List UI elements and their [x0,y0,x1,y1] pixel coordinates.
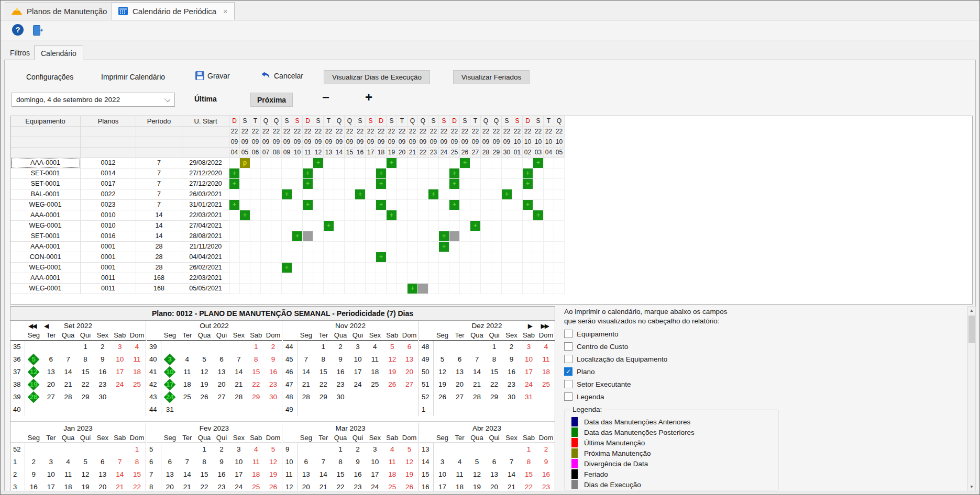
day-cell[interactable] [523,210,533,221]
day-cell[interactable] [544,200,554,210]
day-cell[interactable] [313,168,324,179]
calendar-day-cell[interactable]: 1 [196,443,213,456]
tab-filtros[interactable]: Filtros [4,46,36,60]
calendar-day-cell[interactable]: 8 [196,456,213,468]
day-cell[interactable] [313,252,324,263]
day-cell[interactable] [470,252,481,263]
day-cell[interactable] [229,210,240,221]
maintenance-next-cell[interactable]: + [533,158,544,168]
calendar-day-cell[interactable]: 3 [42,456,60,468]
calendar-day-cell[interactable]: 28 [60,391,77,403]
calendar-day-cell[interactable]: 5 [434,353,451,366]
calendar-day-cell[interactable] [60,341,77,353]
cell-u-start[interactable]: 31/01/2021 [182,200,229,210]
configuracoes-button[interactable]: Configurações [26,73,73,81]
cell-equipamento[interactable]: BAL-0001 [10,189,81,200]
cancelar-button[interactable]: Cancelar [261,71,303,80]
calendar-day-cell[interactable]: 9 [94,353,111,366]
day-cell[interactable] [428,168,439,179]
day-cell[interactable] [303,210,313,221]
day-cell[interactable] [470,284,481,294]
day-cell[interactable] [376,263,387,273]
day-cell[interactable] [313,200,324,210]
day-cell[interactable] [491,189,502,200]
day-cell[interactable] [439,284,449,294]
day-cell[interactable] [491,231,502,242]
day-cell[interactable] [408,242,418,252]
calendar-day-cell[interactable] [111,443,128,456]
calendar-day-cell[interactable]: 15 [196,468,213,481]
day-cell[interactable] [261,200,271,210]
exec-day-cell[interactable] [449,231,460,242]
calendar-day-cell[interactable]: 22 [196,481,213,492]
gravar-button[interactable]: Gravar [195,71,230,80]
day-cell[interactable] [533,221,544,231]
calendar-day-cell[interactable]: 16 [265,366,282,378]
close-icon[interactable]: × [223,7,228,16]
calendar-day-cell[interactable]: 21 [468,378,486,391]
calendar-day-cell[interactable]: 14 [230,366,247,378]
calendar-day-cell[interactable]: 4 [451,456,468,468]
calendar-day-cell[interactable]: 13 [42,366,60,378]
day-cell[interactable] [418,273,428,284]
day-cell[interactable] [408,189,418,200]
calendar-day-cell[interactable]: 7 [503,456,520,468]
imprimir-calendario-button[interactable]: Imprimir Calendário [101,73,165,81]
day-cell[interactable] [324,210,334,221]
calendar-day-cell[interactable]: 3 [230,443,247,456]
calendar-day-cell[interactable] [60,443,77,456]
cell-u-start[interactable]: 28/08/2021 [182,231,229,242]
calendar-day-cell[interactable]: 9 [503,353,520,366]
calendar-day-cell[interactable]: 26 [434,391,451,403]
visualizar-feriados-button[interactable]: Visualizar Feriados [453,70,530,84]
day-cell[interactable] [282,242,292,252]
cell-equipamento[interactable]: SET-0001 [10,179,81,189]
maintenance-next-cell[interactable]: + [240,210,250,221]
table-row[interactable]: WEG-0001001116805/05/2021+ [10,284,972,294]
calendar-day-cell[interactable]: 8 [247,353,265,366]
day-cell[interactable] [554,221,565,231]
calendar-day-cell[interactable]: 9 [332,353,349,366]
day-cell[interactable] [439,252,449,263]
day-cell[interactable] [502,179,512,189]
day-cell[interactable] [470,210,481,221]
calendar-day-cell[interactable]: 4 [179,353,196,366]
day-cell[interactable] [324,273,334,284]
calendar-day-cell[interactable]: 8 [486,353,503,366]
date-select[interactable]: domingo, 4 de setembro de 2022 [12,93,175,107]
day-cell[interactable] [271,168,282,179]
calendar-day-cell[interactable]: 12 [77,468,94,481]
tab-planos-de-manutencao[interactable]: Planos de Manutenção × [5,2,125,20]
calendar-day-cell[interactable]: 2 [94,341,111,353]
day-cell[interactable] [502,231,512,242]
day-cell[interactable] [418,179,428,189]
calendar-day-cell[interactable]: 17 [349,366,367,378]
day-cell[interactable] [523,284,533,294]
maintenance-next-cell[interactable]: + [324,221,334,231]
calendar-day-cell[interactable]: 12 [265,456,282,468]
calendar-day-cell[interactable]: 13 [298,468,315,481]
table-row[interactable]: SET-000100161428/08/2021++ [10,231,972,242]
calendar-day-cell[interactable]: 16 [25,481,42,492]
cell-u-start[interactable]: 27/12/2020 [182,168,229,179]
day-cell[interactable] [229,189,240,200]
calendar-day-cell[interactable]: 1 [247,341,265,353]
calendar-day-cell[interactable]: 23 [332,378,349,391]
day-cell[interactable] [512,168,523,179]
day-cell[interactable] [449,158,460,168]
cell-planos[interactable]: 0017 [81,179,136,189]
cell-equipamento[interactable]: WEG-0001 [10,221,81,231]
day-cell[interactable] [250,179,261,189]
day-cell[interactable] [439,210,449,221]
calendar-day-cell[interactable]: 6 [298,456,315,468]
day-cell[interactable] [544,189,554,200]
day-cell[interactable] [229,221,240,231]
cell-periodo[interactable]: 28 [136,263,182,273]
calendar-day-cell[interactable]: 14 [503,468,520,481]
calendar-day-cell[interactable]: 1 [486,341,503,353]
day-cell[interactable] [250,200,261,210]
day-cell[interactable] [502,200,512,210]
calendar-day-cell[interactable]: 21 [179,481,196,492]
calendar-day-cell[interactable]: 17 [42,481,60,492]
calendar-day-cell[interactable]: 10 [434,468,451,481]
